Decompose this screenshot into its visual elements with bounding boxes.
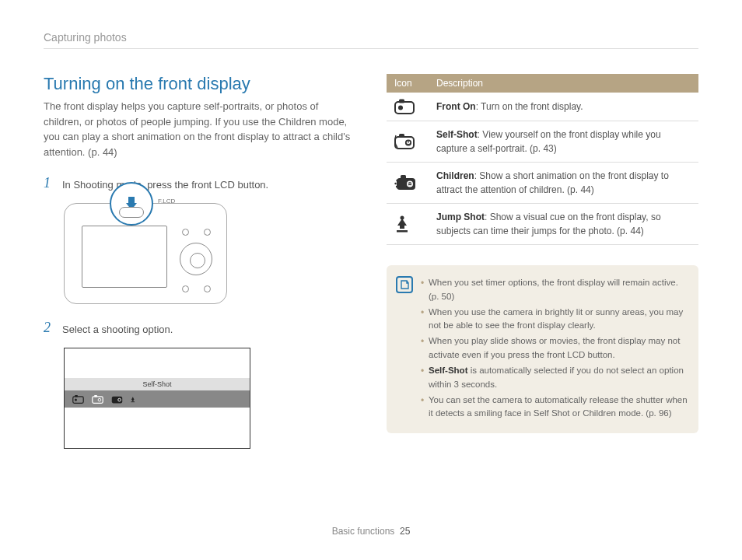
svg-point-22 bbox=[408, 183, 410, 184]
step-1: 1 In Shooting mode, press the front LCD … bbox=[44, 175, 355, 192]
svg-rect-30 bbox=[400, 226, 404, 229]
menu-icon-bar bbox=[65, 390, 250, 408]
camera-btn-small bbox=[182, 285, 189, 292]
camera-illustration: F.LCD bbox=[64, 203, 227, 304]
right-column: Icon Description Front On: Turn on the f… bbox=[387, 74, 698, 449]
note-item: When you play slide shows or movies, the… bbox=[421, 334, 688, 362]
svg-rect-12 bbox=[131, 401, 135, 402]
svg-point-3 bbox=[75, 398, 77, 401]
svg-point-23 bbox=[410, 183, 411, 184]
section-header: Capturing photos bbox=[44, 31, 127, 44]
table-header-icon: Icon bbox=[387, 74, 429, 93]
svg-rect-24 bbox=[401, 175, 406, 179]
table-row: Children: Show a short animation on the … bbox=[387, 163, 698, 204]
table-row: Jump Shot: Show a visual cue on the fron… bbox=[387, 204, 698, 245]
svg-rect-4 bbox=[75, 395, 78, 397]
note-item: When you use the camera in brightly lit … bbox=[421, 306, 688, 334]
table-header-desc: Description bbox=[429, 74, 698, 93]
icon-description-table: Icon Description Front On: Turn on the f… bbox=[387, 74, 698, 245]
svg-rect-2 bbox=[73, 397, 83, 404]
svg-rect-31 bbox=[397, 230, 408, 233]
row-name: Children bbox=[436, 170, 474, 181]
jump-shot-icon bbox=[394, 215, 410, 233]
pointer-circle bbox=[110, 182, 153, 226]
page-title: Turning on the front display bbox=[44, 74, 355, 94]
table-row: Self-Shot: View yourself on the front di… bbox=[387, 121, 698, 163]
svg-marker-29 bbox=[397, 219, 407, 226]
svg-point-6 bbox=[98, 398, 101, 401]
svg-rect-11 bbox=[132, 400, 134, 401]
jump-shot-icon bbox=[131, 395, 139, 404]
step-2: 2 Select a shooting option. bbox=[44, 320, 355, 337]
menu-illustration: Self-Shot bbox=[64, 348, 250, 449]
footer-page: 25 bbox=[400, 526, 410, 537]
step-number: 1 bbox=[44, 175, 54, 192]
camera-btn-small bbox=[204, 229, 211, 236]
children-icon bbox=[111, 395, 123, 404]
step-text: Select a shooting option. bbox=[62, 320, 173, 337]
table-row: Front On: Turn on the front display. bbox=[387, 93, 698, 121]
note-item: Self-Shot is automatically selected if y… bbox=[421, 364, 688, 392]
svg-point-25 bbox=[396, 180, 397, 181]
flcd-label: F.LCD bbox=[158, 198, 175, 205]
svg-rect-7 bbox=[94, 395, 97, 397]
svg-rect-0 bbox=[128, 197, 135, 203]
step-number: 2 bbox=[44, 320, 54, 337]
notes-list: When you set timer options, the front di… bbox=[421, 276, 688, 421]
svg-point-18 bbox=[408, 142, 409, 143]
svg-marker-10 bbox=[131, 397, 135, 400]
page-footer: Basic functions 25 bbox=[0, 526, 742, 537]
menu-selected-label: Self-Shot bbox=[65, 378, 250, 390]
children-icon bbox=[394, 174, 416, 191]
front-on-icon bbox=[72, 395, 84, 404]
row-name: Front On bbox=[436, 101, 476, 112]
note-item: You can set the camera to automatically … bbox=[421, 394, 688, 422]
camera-dpad bbox=[180, 243, 212, 275]
notes-box: When you set timer options, the front di… bbox=[387, 265, 698, 433]
camera-screen bbox=[82, 226, 167, 288]
svg-point-14 bbox=[398, 106, 403, 110]
header-rule bbox=[44, 48, 698, 49]
camera-btn-small bbox=[182, 229, 189, 236]
row-name: Jump Shot bbox=[436, 212, 485, 222]
intro-text: The front display helps you capture self… bbox=[44, 99, 355, 159]
footer-section: Basic functions bbox=[332, 526, 395, 537]
svg-rect-15 bbox=[399, 100, 404, 103]
note-icon bbox=[396, 276, 413, 293]
svg-rect-19 bbox=[399, 134, 404, 138]
svg-point-26 bbox=[394, 183, 396, 184]
note-item: When you set timer options, the front di… bbox=[421, 276, 688, 304]
camera-btn-small bbox=[204, 285, 211, 292]
front-on-icon bbox=[394, 99, 415, 114]
step-text: In Shooting mode, press the front LCD bu… bbox=[62, 175, 268, 192]
self-shot-icon bbox=[394, 133, 416, 150]
self-shot-icon bbox=[92, 395, 103, 404]
row-desc: : Turn on the front display. bbox=[476, 101, 583, 112]
svg-rect-13 bbox=[395, 102, 414, 114]
left-column: Turning on the front display The front d… bbox=[44, 74, 355, 449]
row-name: Self-Shot bbox=[436, 129, 478, 140]
flcd-button bbox=[119, 207, 144, 218]
svg-point-27 bbox=[396, 186, 397, 187]
